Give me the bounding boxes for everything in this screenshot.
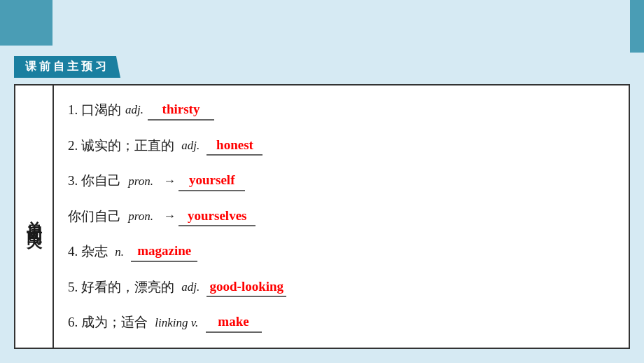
item-chinese: 杂志 bbox=[81, 242, 108, 261]
item-answer: good-looking bbox=[206, 278, 286, 298]
item-answer: yourselves bbox=[178, 207, 255, 227]
header-banner: 课前自主预习 bbox=[14, 56, 120, 78]
item-answer: yourself bbox=[178, 171, 245, 191]
item-answer: thirsty bbox=[148, 100, 214, 121]
item-chinese: 成为；适合 bbox=[81, 313, 148, 332]
item-answer: honest bbox=[206, 136, 262, 156]
item-chinese: 好看的，漂亮的 bbox=[81, 278, 174, 297]
item-number: 6. bbox=[68, 313, 81, 332]
item-pos: adj. bbox=[178, 279, 202, 296]
item-chinese: 你自己 bbox=[81, 172, 121, 191]
item-answer: make bbox=[206, 313, 262, 333]
bg-top-left-decoration bbox=[0, 0, 52, 46]
vocabulary-list: 1. 口渴的 adj. thirsty 2. 诚实的；正直的 adj. hone… bbox=[54, 85, 629, 348]
list-item: 6. 成为；适合 linking v. make bbox=[68, 313, 615, 333]
item-arrow: → bbox=[163, 172, 176, 190]
item-number: 1. bbox=[68, 101, 81, 120]
item-answer: magazine bbox=[131, 242, 197, 262]
item-pos: adj. bbox=[178, 137, 202, 154]
item-chinese: 诚实的；正直的 bbox=[81, 137, 174, 156]
item-chinese: 你们自己 bbox=[68, 207, 121, 226]
item-pos: pron. bbox=[125, 173, 156, 190]
list-item: 4. 杂志 n. magazine bbox=[68, 242, 615, 262]
header-label: 课前自主预习 bbox=[25, 60, 109, 72]
item-arrow: → bbox=[163, 207, 176, 225]
list-item: 你们自己 pron. → yourselves bbox=[68, 207, 615, 227]
bg-top-right-decoration bbox=[630, 0, 644, 53]
item-pos: n. bbox=[112, 244, 127, 261]
item-number: 5. bbox=[68, 278, 81, 297]
item-pos: linking v. bbox=[152, 315, 202, 331]
list-item: 3. 你自己 pron. → yourself bbox=[68, 171, 615, 191]
item-number: 2. bbox=[68, 137, 81, 156]
left-category-label: 单词闯关 bbox=[15, 85, 54, 348]
list-item: 2. 诚实的；正直的 adj. honest bbox=[68, 136, 615, 156]
category-text: 单词闯关 bbox=[24, 208, 45, 225]
list-item: 5. 好看的，漂亮的 adj. good-looking bbox=[68, 278, 615, 298]
item-number: 4. bbox=[68, 242, 81, 261]
item-pos: pron. bbox=[125, 208, 156, 225]
item-number: 3. bbox=[68, 172, 81, 191]
item-pos: adj. bbox=[125, 102, 144, 118]
item-chinese: 口渴的 bbox=[81, 101, 121, 120]
main-content-box: 单词闯关 1. 口渴的 adj. thirsty 2. 诚实的；正直的 adj.… bbox=[14, 84, 630, 349]
list-item: 1. 口渴的 adj. thirsty bbox=[68, 100, 615, 121]
